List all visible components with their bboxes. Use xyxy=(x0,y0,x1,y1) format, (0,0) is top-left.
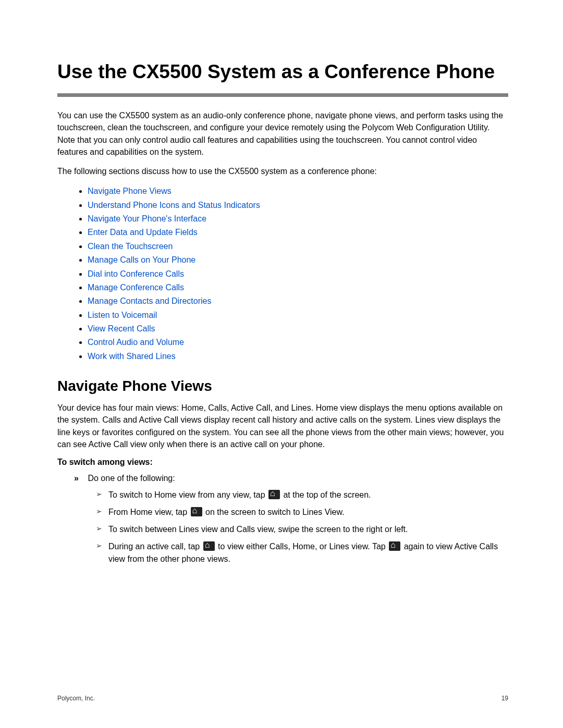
step-4-text-b: to view either Calls, Home, or Lines vie… xyxy=(218,542,388,551)
home-icon xyxy=(191,507,202,516)
section-body: Your device has four main views: Home, C… xyxy=(57,402,508,450)
step-2: From Home view, tap on the screen to swi… xyxy=(96,506,508,519)
step-1: To switch to Home view from any view, ta… xyxy=(96,489,508,501)
step-4: During an active call, tap to view eithe… xyxy=(96,540,508,565)
link-dial-conference[interactable]: Dial into Conference Calls xyxy=(88,269,184,278)
link-understand-icons[interactable]: Understand Phone Icons and Status Indica… xyxy=(88,201,260,209)
link-recent-calls[interactable]: View Recent Calls xyxy=(88,324,155,333)
link-enter-data[interactable]: Enter Data and Update Fields xyxy=(88,228,198,237)
following-paragraph: The following sections discuss how to us… xyxy=(57,165,508,177)
section-heading: Navigate Phone Views xyxy=(57,378,508,394)
switch-heading: To switch among views: xyxy=(57,458,508,467)
title-rule xyxy=(57,93,508,97)
link-navigate-views[interactable]: Navigate Phone Views xyxy=(88,187,172,195)
step-1-text-a: To switch to Home view from any view, ta… xyxy=(108,490,267,499)
step-4-text-a: During an active call, tap xyxy=(108,542,202,551)
home-icon xyxy=(203,541,215,551)
step-intro-list: Do one of the following: To switch to Ho… xyxy=(75,472,508,565)
link-manage-calls[interactable]: Manage Calls on Your Phone xyxy=(88,255,195,264)
footer-page-number: 19 xyxy=(501,695,508,702)
step-2-text-b: on the screen to switch to Lines View. xyxy=(205,508,345,516)
link-control-audio[interactable]: Control Audio and Volume xyxy=(88,338,184,347)
step-3-text: To switch between Lines view and Calls v… xyxy=(108,525,408,534)
link-clean-touchscreen[interactable]: Clean the Touchscreen xyxy=(88,242,173,251)
home-icon xyxy=(389,541,400,551)
section-link-list: Navigate Phone Views Understand Phone Ic… xyxy=(57,184,508,363)
intro-paragraph: You can use the CX5500 system as an audi… xyxy=(57,109,508,158)
home-icon xyxy=(268,490,280,499)
link-manage-contacts[interactable]: Manage Contacts and Directories xyxy=(88,297,211,305)
step-2-text-a: From Home view, tap xyxy=(108,508,190,516)
page-title: Use the CX5500 System as a Conference Ph… xyxy=(57,60,508,84)
link-navigate-interface[interactable]: Navigate Your Phone's Interface xyxy=(88,214,206,223)
link-voicemail[interactable]: Listen to Voicemail xyxy=(88,311,157,319)
step-intro: Do one of the following: xyxy=(88,474,175,483)
page-footer: Polycom, Inc. 19 xyxy=(57,695,508,702)
link-shared-lines[interactable]: Work with Shared Lines xyxy=(88,352,176,361)
link-manage-conference[interactable]: Manage Conference Calls xyxy=(88,283,184,292)
step-1-text-b: at the top of the screen. xyxy=(283,490,371,499)
footer-company: Polycom, Inc. xyxy=(57,695,95,702)
step-3: To switch between Lines view and Calls v… xyxy=(96,523,508,536)
step-list: To switch to Home view from any view, ta… xyxy=(96,489,508,565)
